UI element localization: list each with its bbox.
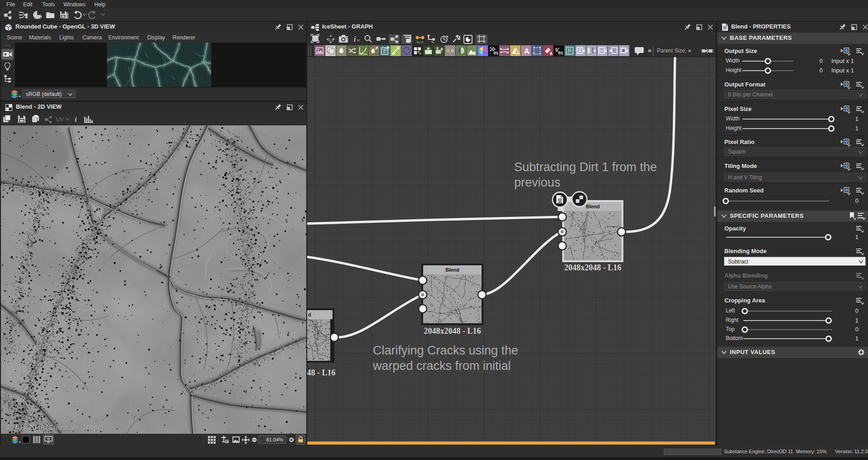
svg-text:i: i (75, 116, 77, 123)
svg-text:01: 01 (494, 50, 499, 55)
svg-text:1:1: 1:1 (328, 38, 334, 42)
svg-text:i: i (354, 35, 356, 43)
svg-text:A: A (524, 47, 530, 55)
svg-text:UV: UV (56, 116, 64, 123)
svg-text:01: 01 (559, 50, 564, 55)
